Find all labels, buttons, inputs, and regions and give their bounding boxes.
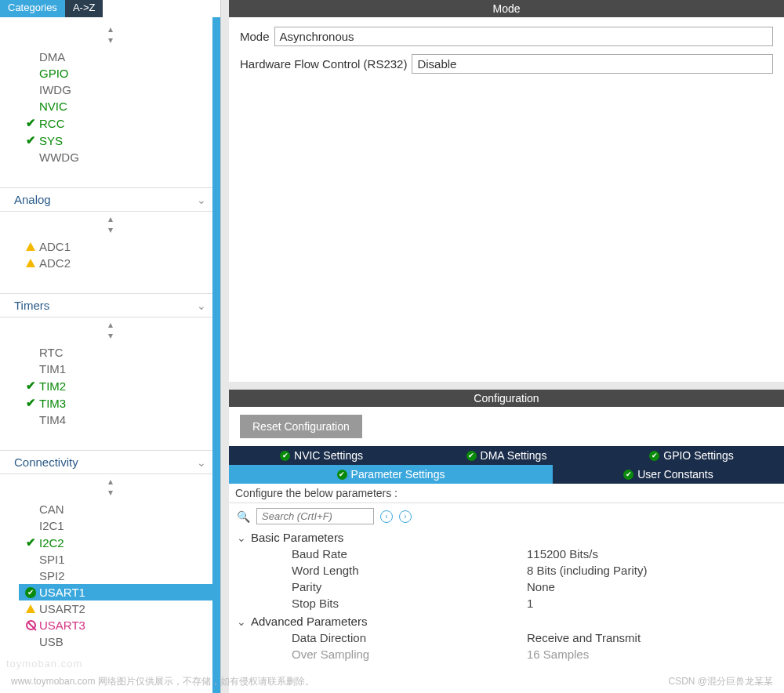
sidebar-item-spi1[interactable]: SPI1 [19,551,220,568]
param-baud-rate[interactable]: Baud Rate115200 Bits/s [237,546,776,562]
param-word-length[interactable]: Word Length8 Bits (including Parity) [237,562,776,579]
sidebar-item-dma[interactable]: DMA [19,49,220,65]
mode-header: Mode [229,0,784,17]
mode-area: Mode Asynchronous Hardware Flow Control … [229,17,784,382]
check-icon: ✔ [26,379,36,393]
tab-nvic-settings[interactable]: ✔NVIC Settings [229,446,414,465]
sidebar-item-spi2[interactable]: SPI2 [19,568,220,584]
sidebar-item-i2c1[interactable]: I2C1 [19,517,220,534]
sidebar-item-usb[interactable]: USB [19,633,220,650]
section-header-analog[interactable]: Analog ⌄ [0,187,220,212]
tab-user-constants[interactable]: ✔User Constants [553,465,784,484]
sidebar-item-iwdg[interactable]: IWDG [19,82,220,98]
system-item-list: DMA GPIO IWDG NVIC ✔RCC ✔SYS WWDG [0,49,220,165]
warning-icon [26,259,35,267]
enabled-icon: ✔ [25,587,36,598]
ok-icon: ✔ [649,451,659,461]
search-input[interactable] [256,508,374,524]
sidebar-item-rtc[interactable]: RTC [19,344,220,361]
param-data-direction[interactable]: Data DirectionReceive and Transmit [237,630,776,646]
flow-control-select[interactable]: Disable [412,54,773,74]
watermark: toymoban.com [6,658,82,669]
sidebar-item-usart3[interactable]: USART3 [19,617,220,633]
search-next-button[interactable]: › [399,510,412,523]
flow-control-label: Hardware Flow Control (RS232) [240,57,407,71]
reset-configuration-button[interactable]: Reset Configuration [240,415,362,438]
sidebar-item-rcc[interactable]: ✔RCC [19,114,220,132]
sidebar-item-gpio[interactable]: GPIO [19,65,220,82]
sidebar-item-usart1[interactable]: ✔USART1 [19,584,220,600]
timers-item-list: RTC TIM1 ✔TIM2 ✔TIM3 TIM4 [0,344,220,428]
connectivity-item-list: CAN I2C1 ✔I2C2 SPI1 SPI2 ✔USART1 USART2 … [0,501,220,650]
search-prev-button[interactable]: ‹ [380,510,393,523]
chevron-down-icon: ⌄ [197,299,206,312]
section-header-connectivity[interactable]: Connectivity ⌄ [0,450,220,474]
search-icon: 🔍 [237,510,250,523]
sidebar: Categories A->Z ▴▾ DMA GPIO IWDG NVIC ✔R… [0,0,221,693]
chevron-down-icon: ⌄ [197,456,206,469]
sidebar-item-adc1[interactable]: ADC1 [19,238,220,255]
disabled-icon [26,620,36,630]
sidebar-item-tim2[interactable]: ✔TIM2 [19,377,220,394]
param-stop-bits[interactable]: Stop Bits1 [237,595,776,611]
group-advanced-parameters[interactable]: ⌄Advanced Parameters [237,613,776,630]
sidebar-item-usart2[interactable]: USART2 [19,600,220,617]
warning-icon [26,242,35,251]
ok-icon: ✔ [623,470,633,480]
sort-handle-icon[interactable]: ▴▾ [0,22,220,49]
sidebar-item-adc2[interactable]: ADC2 [19,255,220,271]
ok-icon: ✔ [280,451,290,461]
check-icon: ✔ [26,133,36,147]
tab-parameter-settings[interactable]: ✔Parameter Settings [229,465,553,484]
configure-instruction: Configure the below parameters : [229,484,784,503]
sidebar-item-wwdg[interactable]: WWDG [19,149,220,165]
chevron-down-icon: ⌄ [237,532,246,544]
param-over-sampling[interactable]: Over Sampling16 Samples [237,646,776,662]
sidebar-item-tim1[interactable]: TIM1 [19,361,220,377]
mode-label: Mode [240,30,270,43]
ok-icon: ✔ [337,470,347,480]
tab-dma-settings[interactable]: ✔DMA Settings [414,446,599,465]
analog-item-list: ADC1 ADC2 [0,238,220,271]
right-panel: Mode Mode Asynchronous Hardware Flow Con… [221,0,784,693]
check-icon: ✔ [26,535,36,550]
sidebar-scrollbar[interactable] [212,17,220,693]
group-basic-parameters[interactable]: ⌄Basic Parameters [237,529,776,546]
chevron-down-icon: ⌄ [197,194,206,206]
tab-categories[interactable]: Categories [0,0,65,17]
sidebar-item-i2c2[interactable]: ✔I2C2 [19,534,220,551]
check-icon: ✔ [26,116,36,130]
ok-icon: ✔ [466,451,477,461]
check-icon: ✔ [26,396,36,410]
sidebar-item-tim3[interactable]: ✔TIM3 [19,394,220,412]
section-header-timers[interactable]: Timers ⌄ [0,293,220,317]
warning-icon [26,604,35,613]
sidebar-item-sys[interactable]: ✔SYS [19,132,220,149]
param-parity[interactable]: ParityNone [237,579,776,595]
sort-handle-icon[interactable]: ▴▾ [0,474,220,501]
configuration-header: Configuration [229,390,784,407]
tab-az[interactable]: A->Z [65,0,103,17]
sidebar-item-can[interactable]: CAN [19,501,220,517]
tab-gpio-settings[interactable]: ✔GPIO Settings [599,446,784,465]
mode-select[interactable]: Asynchronous [274,27,773,46]
sort-handle-icon[interactable]: ▴▾ [0,317,220,344]
sidebar-item-tim4[interactable]: TIM4 [19,412,220,428]
sort-handle-icon[interactable]: ▴▾ [0,212,220,238]
chevron-down-icon: ⌄ [237,615,246,628]
sidebar-item-nvic[interactable]: NVIC [19,98,220,114]
